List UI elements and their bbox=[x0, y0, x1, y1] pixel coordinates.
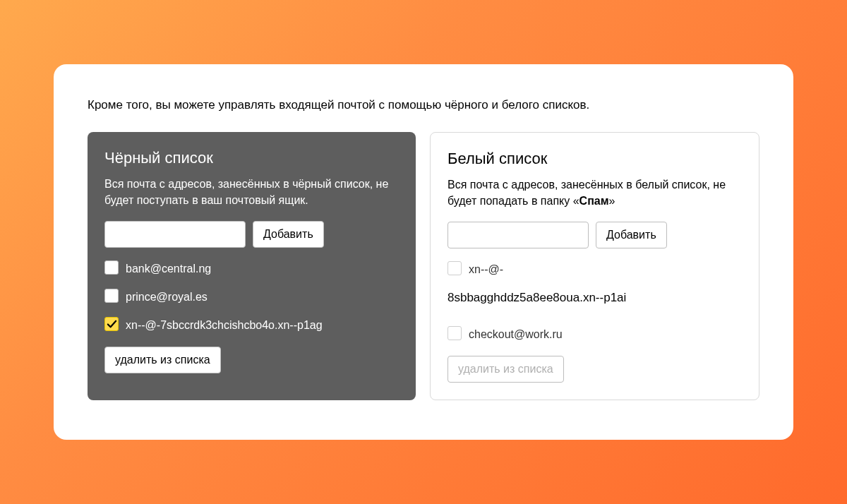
blacklist-desc: Вся почта с адресов, занесённых в чёрный… bbox=[104, 176, 399, 208]
checkbox-icon[interactable] bbox=[447, 326, 462, 340]
whitelist-item-email: checkout@work.ru bbox=[469, 326, 563, 343]
blacklist-remove-button[interactable]: удалить из списка bbox=[104, 347, 221, 373]
list-item: checkout@work.ru bbox=[447, 326, 742, 343]
whitelist-desc-bold: Спам bbox=[579, 195, 609, 207]
blacklist-item-email: bank@central.ng bbox=[126, 260, 211, 277]
blacklist-item-email: xn--@-7sbccrdk3chcishcbo4o.xn--p1ag bbox=[126, 317, 323, 334]
whitelist-desc-post: » bbox=[609, 195, 615, 207]
blacklist-list: bank@central.ng prince@royal.es xn--@-7s… bbox=[104, 260, 399, 334]
blacklist-input-row: Добавить bbox=[104, 221, 399, 248]
blacklist-add-button[interactable]: Добавить bbox=[253, 221, 324, 248]
settings-card: Кроме того, вы можете управлять входящей… bbox=[54, 64, 793, 440]
checkbox-checked-icon[interactable] bbox=[104, 317, 119, 331]
blacklist-item-email: prince@royal.es bbox=[126, 289, 208, 306]
whitelist-panel: Белый список Вся почта с адресов, занесё… bbox=[430, 132, 759, 400]
blacklist-panel: Чёрный список Вся почта с адресов, занес… bbox=[88, 132, 416, 400]
whitelist-desc: Вся почта с адресов, занесённых в белый … bbox=[447, 176, 742, 209]
whitelist-list: xn--@- 8sbbagghddz5a8ee8oua.xn--p1ai che… bbox=[447, 261, 742, 343]
whitelist-input-row: Добавить bbox=[447, 222, 742, 248]
whitelist-item-email: xn--@- bbox=[469, 261, 503, 278]
panels-row: Чёрный список Вся почта с адресов, занес… bbox=[88, 132, 759, 400]
whitelist-title: Белый список bbox=[447, 150, 742, 168]
whitelist-email-input[interactable] bbox=[447, 222, 589, 248]
intro-text: Кроме того, вы можете управлять входящей… bbox=[88, 98, 759, 112]
list-item: xn--@-7sbccrdk3chcishcbo4o.xn--p1ag bbox=[104, 317, 399, 334]
list-item: xn--@- bbox=[447, 261, 742, 278]
checkbox-icon[interactable] bbox=[447, 261, 462, 275]
list-item: bank@central.ng bbox=[104, 260, 399, 277]
whitelist-add-button[interactable]: Добавить bbox=[596, 222, 667, 248]
checkbox-icon[interactable] bbox=[104, 289, 119, 303]
checkbox-icon[interactable] bbox=[104, 260, 119, 275]
list-item: prince@royal.es bbox=[104, 289, 399, 306]
whitelist-item-email-continued: 8sbbagghddz5a8ee8oua.xn--p1ai bbox=[447, 291, 742, 305]
check-icon bbox=[107, 319, 117, 330]
whitelist-remove-button[interactable]: удалить из списка bbox=[447, 356, 564, 383]
blacklist-title: Чёрный список bbox=[104, 149, 399, 167]
blacklist-email-input[interactable] bbox=[104, 221, 246, 248]
